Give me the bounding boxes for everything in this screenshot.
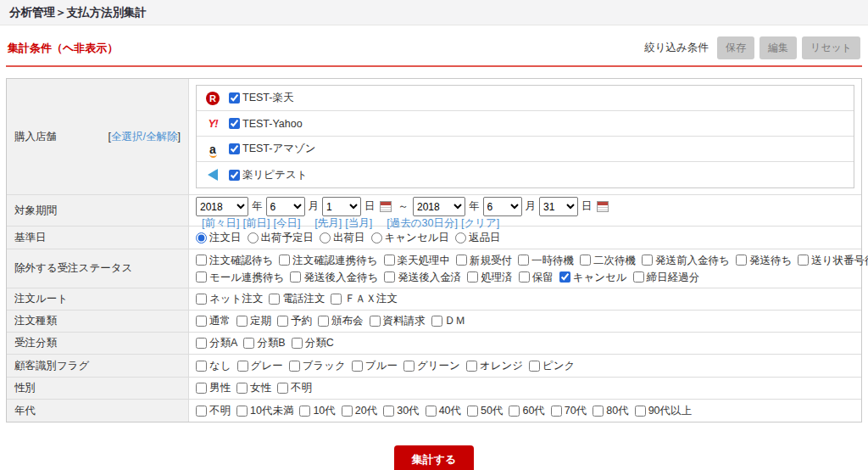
from-day-select[interactable]: 1 — [322, 197, 361, 216]
checkbox-input[interactable] — [467, 406, 478, 417]
checkbox-input[interactable] — [318, 316, 329, 327]
checkbox-input[interactable] — [236, 383, 248, 394]
checkbox-option[interactable]: 新規受付 — [456, 252, 512, 269]
checkbox-option[interactable]: 電話注文 — [269, 292, 325, 306]
checkbox-input[interactable] — [196, 406, 207, 417]
checkbox-input[interactable] — [342, 406, 353, 417]
checkbox-input[interactable] — [529, 361, 540, 372]
to-year-select[interactable]: 2018 — [413, 197, 465, 216]
checkbox-option[interactable]: 不明 — [196, 404, 231, 418]
checkbox-input[interactable] — [384, 255, 395, 266]
deselect-all-link[interactable]: 全解除 — [146, 131, 178, 143]
radio-input[interactable] — [320, 232, 331, 243]
checkbox-option[interactable]: 予約 — [277, 314, 312, 328]
checkbox-input[interactable] — [466, 361, 477, 372]
checkbox-option[interactable]: ＤＭ — [431, 314, 466, 328]
radio-option[interactable]: 注文日 — [196, 231, 242, 245]
checkbox-input[interactable] — [633, 271, 644, 283]
checkbox-option[interactable]: なし — [196, 359, 231, 373]
calendar-icon[interactable] — [380, 201, 392, 212]
checkbox-option[interactable]: ブルー — [352, 359, 398, 373]
to-month-select[interactable]: 6 — [483, 197, 522, 216]
checkbox-option[interactable]: 通常 — [196, 314, 231, 328]
radio-option[interactable]: 出荷予定日 — [248, 231, 314, 245]
checkbox-input[interactable] — [403, 361, 415, 372]
calendar-icon[interactable] — [597, 201, 609, 212]
shop-checkbox-option[interactable]: TEST-楽天 — [229, 91, 293, 105]
checkbox-input[interactable] — [509, 406, 520, 417]
shop-checkbox-option[interactable]: TEST-アマゾン — [229, 142, 316, 156]
checkbox-input[interactable] — [518, 255, 529, 266]
checkbox-option[interactable]: 発送後入金待ち — [290, 269, 378, 286]
shop-checkbox[interactable] — [229, 170, 240, 181]
checkbox-option[interactable]: 処理済 — [467, 269, 513, 286]
shop-checkbox-option[interactable]: 楽リピテスト — [229, 168, 307, 182]
checkbox-option[interactable]: 分類B — [243, 336, 285, 350]
checkbox-input[interactable] — [237, 361, 248, 372]
radio-input[interactable] — [248, 232, 259, 243]
checkbox-input[interactable] — [196, 338, 207, 349]
checkbox-option[interactable]: グリーン — [403, 359, 460, 373]
checkbox-input[interactable] — [290, 271, 301, 283]
radio-option[interactable]: キャンセル日 — [371, 231, 449, 245]
checkbox-option[interactable]: ネット注文 — [196, 292, 263, 306]
checkbox-option[interactable]: 女性 — [236, 381, 271, 395]
radio-option[interactable]: 出荷日 — [320, 231, 365, 245]
shop-checkbox-option[interactable]: TEST-Yahoo — [229, 118, 303, 130]
checkbox-option[interactable]: ピンク — [529, 359, 575, 373]
checkbox-input[interactable] — [236, 316, 248, 327]
checkbox-option[interactable]: ブラック — [289, 359, 346, 373]
checkbox-input[interactable] — [299, 406, 310, 417]
aggregate-button[interactable]: 集計する — [394, 445, 475, 470]
checkbox-input[interactable] — [383, 406, 394, 417]
checkbox-input[interactable] — [196, 255, 207, 266]
radio-input[interactable] — [196, 232, 207, 243]
radio-input[interactable] — [455, 232, 466, 243]
checkbox-option[interactable]: 送り状番号待ち — [798, 252, 868, 269]
checkbox-option[interactable]: 注文確認待ち — [196, 252, 273, 269]
radio-input[interactable] — [371, 232, 382, 243]
checkbox-option[interactable]: 一時待機 — [518, 252, 574, 269]
checkbox-option[interactable]: 発送待ち — [736, 252, 792, 269]
checkbox-option[interactable]: 30代 — [383, 404, 419, 418]
checkbox-option[interactable]: 10代未満 — [236, 404, 293, 418]
checkbox-option[interactable]: 80代 — [593, 404, 628, 418]
checkbox-option[interactable]: ＦＡＸ注文 — [331, 292, 398, 306]
checkbox-option[interactable]: 注文確認連携待ち — [279, 252, 377, 269]
checkbox-option[interactable]: 50代 — [467, 404, 503, 418]
checkbox-input[interactable] — [279, 255, 290, 266]
checkbox-input[interactable] — [798, 255, 809, 266]
checkbox-input[interactable] — [277, 383, 288, 394]
checkbox-input[interactable] — [196, 383, 207, 394]
shop-checkbox[interactable] — [229, 118, 240, 129]
checkbox-input[interactable] — [292, 338, 303, 349]
reset-button[interactable]: リセット — [802, 36, 860, 59]
checkbox-input[interactable] — [370, 316, 381, 327]
from-month-select[interactable]: 6 — [266, 197, 305, 216]
checkbox-option[interactable]: オレンジ — [466, 359, 523, 373]
checkbox-input[interactable] — [580, 255, 591, 266]
checkbox-input[interactable] — [384, 271, 395, 283]
checkbox-option[interactable]: 90代以上 — [635, 404, 692, 418]
checkbox-input[interactable] — [289, 361, 300, 372]
checkbox-input[interactable] — [196, 361, 207, 372]
checkbox-input[interactable] — [431, 316, 442, 327]
checkbox-option[interactable]: キャンセル — [559, 269, 627, 286]
checkbox-option[interactable]: 男性 — [196, 381, 231, 395]
checkbox-option[interactable]: 頒布会 — [318, 314, 364, 328]
checkbox-input[interactable] — [519, 271, 530, 283]
checkbox-option[interactable]: 不明 — [277, 381, 312, 395]
shop-checkbox[interactable] — [229, 143, 240, 154]
checkbox-input[interactable] — [467, 271, 478, 283]
checkbox-input[interactable] — [196, 316, 207, 327]
conditions-collapse-toggle[interactable]: 集計条件（ヘ非表示） — [8, 41, 118, 56]
select-all-link[interactable]: 全選択 — [111, 131, 143, 143]
checkbox-option[interactable]: 分類C — [292, 336, 334, 350]
checkbox-option[interactable]: 楽天処理中 — [384, 252, 451, 269]
checkbox-input[interactable] — [593, 406, 604, 417]
save-button[interactable]: 保存 — [717, 36, 754, 59]
checkbox-option[interactable]: 締日経過分 — [633, 269, 700, 286]
checkbox-option[interactable]: 保留 — [519, 269, 554, 286]
checkbox-input[interactable] — [352, 361, 363, 372]
checkbox-input[interactable] — [642, 255, 653, 266]
